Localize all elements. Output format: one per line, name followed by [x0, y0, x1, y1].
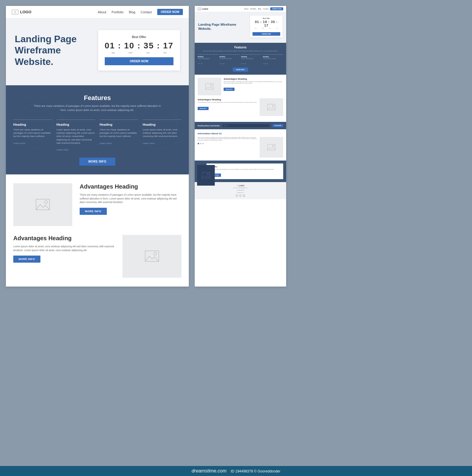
svg-point-9 [210, 84, 212, 86]
advantage-row-1: Advantages Heading There are many variat… [13, 183, 181, 226]
rw-feature-2-heading: Heading [219, 56, 240, 58]
rw-advantages-section: Advantages Heading There are many variat… [195, 75, 286, 122]
lw-hero-section: Landing Page Wireframe Website. Best Off… [6, 18, 189, 85]
countdown-cta-button[interactable]: ORDER NOW [105, 57, 173, 65]
feature-4-heading: Heading [143, 123, 181, 126]
unit-sec: sec [163, 52, 167, 54]
rw-dots [198, 143, 257, 144]
unit-min: min [146, 52, 150, 54]
feature-1-heading: Heading [13, 123, 52, 126]
feature-2-link[interactable]: Learn more [56, 148, 68, 151]
rw-adv-text-2: Lorem ipsum dolor sit amet, cons ectetua… [198, 102, 257, 103]
rw-adv-text-1: There are many variations of passages of… [224, 81, 283, 84]
rw-social-icon-2[interactable]: t [239, 194, 242, 197]
rw-feature-2-link[interactable]: Learn more [219, 63, 225, 64]
svg-rect-12 [268, 144, 275, 150]
rw-adv-row-2: Advantages Heading Lorem ipsum dolor sit… [198, 98, 283, 116]
rw-adv-image-2 [260, 98, 283, 116]
rw-adv-btn-1[interactable]: MORE INFO [224, 88, 235, 91]
rw-feature-4-link[interactable]: Learn more [263, 63, 268, 64]
rw-offer-image [197, 165, 215, 186]
logo-icon: ⬜ [12, 10, 18, 14]
rw-footer-address: New York, 1234, Manhattan St. [198, 187, 283, 189]
unit-hour: hour [129, 52, 133, 54]
rw-nav-portfolio[interactable]: Portfolio [250, 8, 256, 10]
rw-adv-heading-2: Advantages Heading [198, 98, 257, 101]
rw-countdown-cta-button[interactable]: ORDER NOW [253, 32, 281, 36]
rw-dot-active[interactable] [198, 143, 199, 144]
nav-contact[interactable]: Contact [141, 10, 152, 14]
rw-offer-box: Best Offer There are many variations of … [206, 163, 283, 179]
rw-footer-logo-text: LOGO [239, 185, 245, 187]
svg-point-15 [207, 173, 209, 175]
feature-1-link[interactable]: Learn more [13, 142, 25, 145]
rw-unit-sec: sec [276, 28, 278, 29]
rw-adv-btn-2[interactable]: MORE INFO [198, 107, 209, 110]
svg-point-7 [154, 252, 157, 255]
rw-social-icons: f t in [198, 194, 283, 197]
rw-nav-blog[interactable]: Blog [258, 8, 261, 10]
rw-social-icon-3[interactable]: in [243, 194, 245, 197]
rw-logo-icon: ⬜ [198, 8, 201, 10]
rw-feature-4-heading: Heading [263, 56, 283, 58]
svg-rect-8 [206, 84, 213, 89]
rw-newsletter-input[interactable] [222, 124, 271, 127]
feature-3-link[interactable]: Learn more [100, 142, 112, 145]
svg-point-11 [272, 105, 274, 107]
rw-unit-min: min [269, 28, 271, 29]
rw-dot-inactive-2[interactable] [202, 143, 204, 144]
rw-footer-email: info@mail.com [198, 192, 283, 194]
advantage-image-2 [122, 235, 181, 278]
rw-countdown-box: Best Offer 01 : 10 : 35 : 17 day hour mi… [250, 16, 283, 37]
rw-offer-img-ph [202, 172, 210, 179]
hero-title: Landing Page Wireframe Website. [15, 33, 97, 67]
rw-adv-image-1 [198, 78, 221, 95]
svg-point-5 [45, 201, 47, 204]
rw-adv-heading-1: Advantages Heading [224, 78, 283, 80]
rw-nav-about[interactable]: About [244, 8, 248, 10]
watermark-bar: dreamstime.com ID 194498378 © Gooreddood… [0, 466, 472, 476]
rw-countdown-units: day hour min sec [253, 28, 281, 29]
rw-feature-3: Heading There are many variations... Lea… [241, 54, 262, 66]
image-placeholder-icon-2 [145, 250, 159, 262]
adv-btn-1[interactable]: MORE INFO [80, 208, 107, 215]
rw-about-image [260, 137, 283, 158]
feature-item-3: Heading There are many variations of pas… [100, 120, 138, 152]
nav-blog[interactable]: Blog [129, 10, 135, 14]
adv-btn-2[interactable]: MORE INFO [13, 256, 40, 263]
rw-newsletter-button[interactable]: SUBSCRIBE [273, 124, 283, 127]
rw-social-icon-1[interactable]: f [236, 194, 238, 197]
rw-unit-day: day [255, 28, 257, 29]
rw-img-ph-1 [205, 83, 214, 90]
rw-feature-1-heading: Heading [198, 56, 218, 58]
feature-4-link[interactable]: Learn more [143, 142, 155, 145]
rw-features-grid: Heading There are many variations... Lea… [198, 54, 283, 66]
rw-feature-1-link[interactable]: Learn more [198, 63, 203, 64]
rw-features-title: Features [198, 46, 283, 49]
features-description: There are many variations of passages of… [31, 104, 164, 112]
rw-features-more-button[interactable]: MORE INFO [233, 68, 248, 72]
rw-feature-3-link[interactable]: Learn more [241, 63, 247, 64]
feature-item-4: Heading Lorem ipsum dolor sit amet, cons… [143, 120, 181, 152]
rw-nav-contact[interactable]: Contact [263, 8, 268, 10]
nav-portfolio[interactable]: Portfolio [112, 10, 123, 14]
rw-dot-inactive-1[interactable] [200, 143, 201, 144]
features-title: Features [13, 94, 181, 102]
nav-about[interactable]: About [98, 10, 106, 14]
feature-item-1: Heading There are many variations of pas… [13, 120, 52, 152]
adv-heading-2: Advantages Heading [13, 235, 115, 242]
countdown-box: Best Offer 01 : 10 : 35 : 17 day hour mi… [98, 30, 180, 71]
countdown-timer: 01 : 10 : 35 : 17 [105, 41, 173, 50]
lw-logo-area: ⬜ LOGO [12, 10, 31, 14]
features-more-button[interactable]: MORE INFO [79, 158, 115, 166]
rw-header: ⬜ LOGO About Portfolio Blog Contact ORDE… [195, 6, 286, 12]
rw-adv-left-2: Advantages Heading Lorem ipsum dolor sit… [198, 98, 257, 110]
nav-cta-button[interactable]: ORDER NOW [157, 9, 183, 15]
rw-nav-cta-button[interactable]: ORDER NOW [270, 7, 283, 10]
advantage-left-2: Advantages Heading Lorem ipsum dolor sit… [13, 235, 115, 263]
rw-feature-2-text: Lorem ipsum dolor sit amet... [219, 58, 240, 60]
rw-about-text: There are many variations of passages of… [198, 137, 257, 158]
svg-rect-10 [268, 104, 275, 110]
lw-header: ⬜ LOGO About Portfolio Blog Contact ORDE… [6, 6, 189, 18]
rw-advantage-row-1: Advantages Heading There are many variat… [198, 78, 283, 95]
